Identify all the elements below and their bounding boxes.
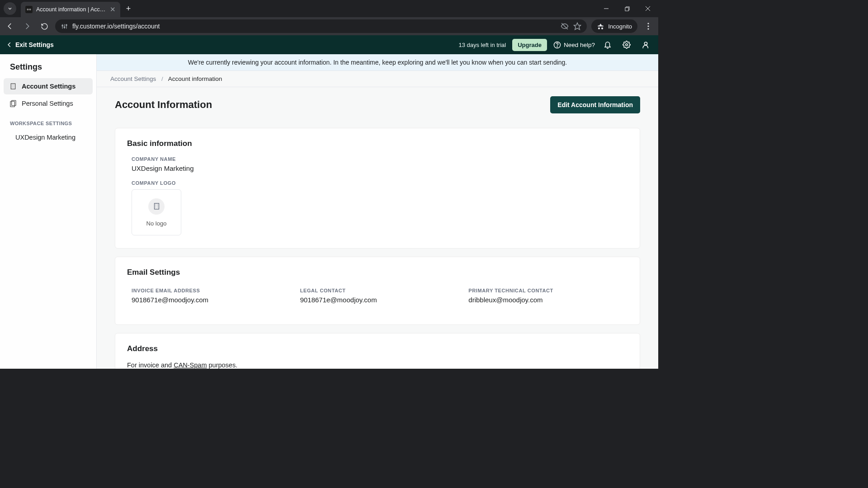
field-label-company-logo: COMPANY LOGO — [132, 180, 628, 186]
svg-point-19 — [626, 44, 628, 46]
incognito-icon — [597, 23, 604, 30]
breadcrumb: Account Settings / Account information — [97, 71, 658, 87]
eye-off-icon[interactable] — [561, 22, 569, 30]
window-minimize-button[interactable] — [596, 0, 617, 17]
field-value-legal-contact: 9018671e@moodjoy.com — [300, 296, 460, 304]
card-title: Basic information — [127, 139, 628, 148]
svg-rect-30 — [154, 203, 159, 209]
svg-point-1 — [29, 9, 31, 10]
incognito-indicator[interactable]: Incognito — [591, 19, 637, 33]
chevron-down-icon — [7, 6, 13, 11]
can-spam-link[interactable]: CAN-Spam — [174, 361, 207, 369]
window-close-button[interactable] — [637, 0, 658, 17]
field-label-tech-contact: PRIMARY TECHNICAL CONTACT — [468, 288, 628, 293]
sidebar-item-label: UXDesign Marketing — [15, 134, 75, 141]
tab-title: Account information | Account — [36, 6, 106, 13]
settings-gear-button[interactable] — [620, 38, 633, 51]
tab-close-button[interactable]: ✕ — [110, 5, 116, 14]
building-icon — [148, 198, 165, 215]
card-title: Address — [127, 344, 628, 353]
browser-menu-button[interactable] — [642, 20, 655, 33]
address-bar[interactable]: fly.customer.io/settings/account — [55, 19, 587, 33]
user-icon — [642, 41, 650, 49]
account-avatar-button[interactable] — [639, 38, 652, 51]
svg-point-14 — [647, 23, 649, 24]
building-icon — [9, 82, 17, 90]
main-content: We're currently reviewing your account i… — [97, 54, 658, 369]
gear-icon — [623, 41, 631, 49]
sidebar-item-account-settings[interactable]: Account Settings — [4, 78, 93, 94]
svg-point-9 — [61, 25, 63, 26]
settings-sidebar: Settings Account Settings Personal Setti… — [0, 54, 97, 369]
notifications-button[interactable] — [601, 38, 614, 51]
personal-icon — [9, 99, 17, 108]
bell-icon — [604, 41, 612, 49]
sidebar-title: Settings — [4, 62, 93, 78]
tab-favicon — [25, 6, 33, 13]
field-value-company-name: UXDesign Marketing — [132, 164, 628, 172]
app-topbar: Exit Settings 13 days left in trial Upgr… — [0, 35, 658, 54]
card-title: Email Settings — [127, 268, 628, 277]
address-bar-url: fly.customer.io/settings/account — [72, 23, 556, 30]
new-tab-button[interactable]: + — [122, 2, 135, 15]
svg-point-11 — [66, 24, 67, 26]
svg-point-10 — [64, 27, 65, 28]
svg-point-20 — [644, 42, 647, 45]
help-label: Need help? — [564, 42, 595, 48]
address-description: For invoice and CAN-Spam purposes. — [127, 361, 628, 369]
field-label-company-name: COMPANY NAME — [132, 156, 628, 162]
trial-status-text: 13 days left in trial — [458, 42, 506, 48]
exit-settings-button[interactable]: Exit Settings — [6, 41, 54, 48]
browser-forward-button[interactable] — [21, 20, 33, 33]
field-label-invoice-email: INVOICE EMAIL ADDRESS — [132, 288, 291, 293]
site-settings-icon[interactable] — [61, 23, 68, 30]
browser-toolbar: fly.customer.io/settings/account Incogni… — [0, 17, 658, 35]
browser-reload-button[interactable] — [38, 20, 51, 33]
window-maximize-button[interactable] — [617, 0, 637, 17]
svg-rect-21 — [11, 84, 15, 89]
sidebar-item-workspace[interactable]: UXDesign Marketing — [4, 130, 93, 145]
exit-settings-label: Exit Settings — [15, 41, 54, 48]
upgrade-button[interactable]: Upgrade — [512, 39, 547, 51]
breadcrumb-current: Account information — [168, 75, 222, 82]
card-address: Address For invoice and CAN-Spam purpose… — [115, 333, 640, 369]
tab-search-button[interactable] — [4, 2, 16, 15]
browser-titlebar: Account information | Account ✕ + — [0, 0, 658, 17]
card-basic-info: Basic information COMPANY NAME UXDesign … — [115, 128, 640, 249]
incognito-label: Incognito — [608, 23, 632, 30]
help-link[interactable]: Need help? — [553, 41, 595, 49]
svg-point-16 — [647, 28, 649, 29]
review-banner: We're currently reviewing your account i… — [97, 54, 658, 71]
no-logo-text: No logo — [146, 220, 167, 227]
svg-point-18 — [557, 47, 557, 47]
field-value-invoice-email: 9018671e@moodjoy.com — [132, 296, 291, 304]
breadcrumb-root[interactable]: Account Settings — [110, 75, 156, 82]
bookmark-star-icon[interactable] — [573, 22, 581, 30]
browser-tab[interactable]: Account information | Account ✕ — [21, 2, 120, 17]
sidebar-item-personal-settings[interactable]: Personal Settings — [4, 95, 93, 112]
edit-account-button[interactable]: Edit Account Information — [550, 96, 640, 113]
svg-point-15 — [647, 25, 649, 27]
svg-point-0 — [27, 9, 28, 10]
field-value-tech-contact: dribbleux@moodjoy.com — [468, 296, 628, 304]
card-email-settings: Email Settings INVOICE EMAIL ADDRESS 901… — [115, 257, 640, 325]
field-label-legal-contact: LEGAL CONTACT — [300, 288, 460, 293]
help-icon — [553, 41, 561, 49]
chevron-left-icon — [6, 42, 13, 48]
sidebar-group-workspace: WORKSPACE SETTINGS — [4, 113, 93, 130]
company-logo-box: No logo — [132, 189, 181, 235]
page-title: Account Information — [115, 99, 212, 111]
svg-marker-13 — [574, 23, 581, 30]
sidebar-item-label: Account Settings — [22, 83, 75, 90]
svg-rect-28 — [10, 101, 14, 107]
svg-rect-3 — [625, 7, 628, 10]
browser-back-button[interactable] — [4, 20, 16, 33]
sidebar-item-label: Personal Settings — [22, 100, 73, 107]
